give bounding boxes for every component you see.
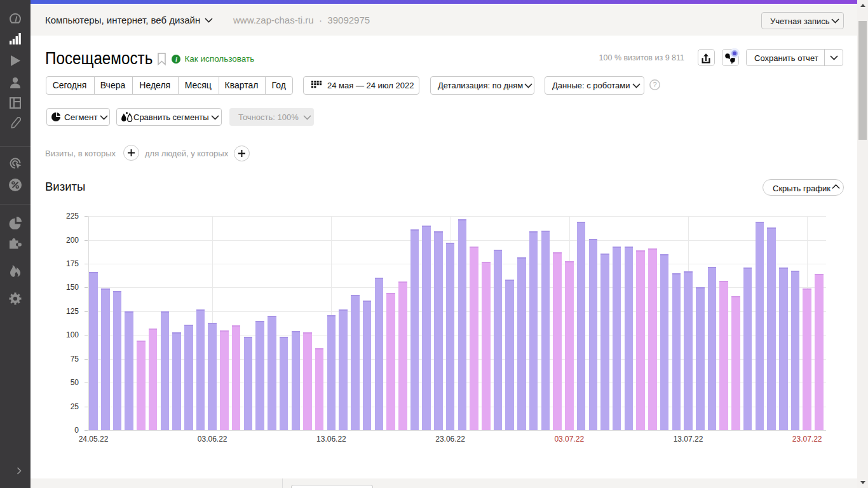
svg-text:i: i [175, 55, 177, 62]
svg-text:?: ? [653, 81, 656, 88]
